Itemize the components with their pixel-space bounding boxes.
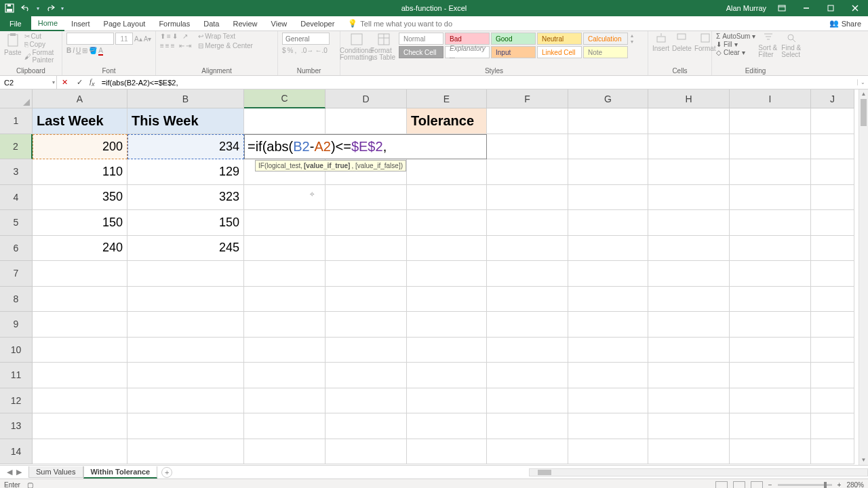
style-check-cell[interactable]: Check Cell	[399, 46, 443, 58]
accounting-format-icon[interactable]: $	[282, 47, 286, 54]
cell-C9[interactable]	[244, 312, 326, 338]
fill-color-button[interactable]: 🪣	[89, 47, 97, 54]
cell-C8[interactable]	[244, 287, 326, 312]
select-all-corner[interactable]	[0, 89, 33, 108]
cell-G11[interactable]	[568, 363, 648, 388]
name-box[interactable]: C2▾	[0, 76, 57, 89]
cell-D4[interactable]	[326, 185, 407, 211]
cell-J7[interactable]	[811, 261, 854, 287]
cell-J5[interactable]	[811, 210, 854, 236]
cell-G5[interactable]	[568, 210, 648, 236]
cell-G10[interactable]	[568, 338, 648, 363]
cell-C13[interactable]	[244, 413, 326, 439]
cell-F12[interactable]	[487, 388, 568, 414]
tab-insert[interactable]: Insert	[64, 17, 97, 30]
cell-D10[interactable]	[326, 338, 407, 363]
cell-F14[interactable]	[487, 439, 568, 465]
cell-E11[interactable]	[407, 363, 487, 388]
cell-I3[interactable]	[730, 159, 811, 185]
style-normal[interactable]: Normal	[399, 33, 443, 45]
row-header-11[interactable]: 11	[0, 363, 33, 388]
cell-A5[interactable]: 150	[33, 210, 127, 236]
page-layout-view-button[interactable]	[733, 481, 745, 489]
cut-button[interactable]: ✂ Cut	[24, 33, 58, 40]
minimize-icon[interactable]	[797, 3, 815, 14]
cell-H12[interactable]	[648, 388, 730, 414]
merge-center-button[interactable]: ⊟ Merge & Center	[198, 42, 253, 49]
cell-G3[interactable]	[568, 159, 648, 185]
cell-B12[interactable]	[127, 388, 244, 414]
cell-F8[interactable]	[487, 287, 568, 312]
cancel-formula-icon[interactable]: ✕	[57, 78, 72, 87]
style-explanatory[interactable]: Explanatory ...	[445, 46, 490, 58]
row-header-6[interactable]: 6	[0, 236, 33, 262]
cell-F7[interactable]	[487, 261, 568, 287]
zoom-in-button[interactable]: +	[837, 481, 842, 488]
cell-G6[interactable]	[568, 236, 648, 262]
cell-G12[interactable]	[568, 388, 648, 414]
cell-H11[interactable]	[648, 363, 730, 388]
cell-C5[interactable]	[244, 210, 326, 236]
cell-E13[interactable]	[407, 413, 487, 439]
wrap-text-button[interactable]: ↩ Wrap Text	[198, 33, 253, 40]
cell-J1[interactable]	[811, 108, 854, 134]
align-right-icon[interactable]: ≡	[171, 42, 175, 49]
insert-cells-button[interactable]: Insert	[652, 33, 669, 52]
cell-D5[interactable]	[326, 210, 407, 236]
conditional-formatting-button[interactable]: Conditional Formatting	[344, 33, 369, 61]
sheet-tab-sum-values[interactable]: Sum Values	[28, 466, 83, 478]
align-bottom-icon[interactable]: ⬇	[172, 33, 178, 40]
tab-file[interactable]: File	[0, 16, 31, 31]
cell-H13[interactable]	[648, 413, 730, 439]
cell-F11[interactable]	[487, 363, 568, 388]
row-header-4[interactable]: 4	[0, 185, 33, 211]
cell-C14[interactable]	[244, 439, 326, 465]
enter-formula-icon[interactable]: ✓	[72, 78, 87, 87]
cell-B14[interactable]	[127, 439, 244, 465]
row-header-1[interactable]: 1	[0, 108, 33, 134]
cell-H1[interactable]	[648, 108, 730, 134]
cell-I5[interactable]	[730, 210, 811, 236]
cell-J13[interactable]	[811, 413, 854, 439]
format-as-table-button[interactable]: Format as Table	[372, 33, 396, 61]
cell-J10[interactable]	[811, 338, 854, 363]
cell-B2[interactable]: 234	[127, 134, 244, 160]
cell-I10[interactable]	[730, 338, 811, 363]
expand-formula-bar-icon[interactable]: ⌄	[857, 79, 868, 85]
cell-H9[interactable]	[648, 312, 730, 338]
cell-E3[interactable]	[407, 159, 487, 185]
row-header-7[interactable]: 7	[0, 261, 33, 287]
cell-J2[interactable]	[811, 134, 854, 160]
row-header-10[interactable]: 10	[0, 338, 33, 363]
cell-C1[interactable]	[244, 108, 326, 134]
cell-A13[interactable]	[33, 413, 127, 439]
orientation-icon[interactable]: ↗	[182, 33, 188, 40]
cell-B7[interactable]	[127, 261, 244, 287]
row-header-9[interactable]: 9	[0, 312, 33, 338]
cell-D9[interactable]	[326, 312, 407, 338]
cell-C12[interactable]	[244, 388, 326, 414]
style-calculation[interactable]: Calculation	[583, 33, 628, 45]
row-header-12[interactable]: 12	[0, 388, 33, 414]
column-header-J[interactable]: J	[811, 89, 854, 108]
style-neutral[interactable]: Neutral	[537, 33, 582, 45]
ribbon-display-icon[interactable]	[773, 3, 791, 14]
font-name-input[interactable]	[66, 33, 114, 45]
cell-G4[interactable]	[568, 185, 648, 211]
cell-F13[interactable]	[487, 413, 568, 439]
zoom-out-button[interactable]: −	[768, 481, 772, 488]
font-size-input[interactable]: 11	[115, 33, 133, 45]
copy-button[interactable]: ⎘ Copy	[24, 41, 58, 48]
cell-F9[interactable]	[487, 312, 568, 338]
cell-F1[interactable]	[487, 108, 568, 134]
styles-more-button[interactable]: ▴▾	[631, 33, 633, 45]
macro-record-icon[interactable]: ▢	[27, 481, 33, 488]
cell-B9[interactable]	[127, 312, 244, 338]
tab-developer[interactable]: Developer	[294, 17, 341, 30]
cell-I12[interactable]	[730, 388, 811, 414]
cell-H6[interactable]	[648, 236, 730, 262]
cell-B13[interactable]	[127, 413, 244, 439]
cell-H8[interactable]	[648, 287, 730, 312]
sort-filter-button[interactable]: Sort & Filter	[758, 33, 778, 58]
column-header-A[interactable]: A	[33, 89, 127, 108]
